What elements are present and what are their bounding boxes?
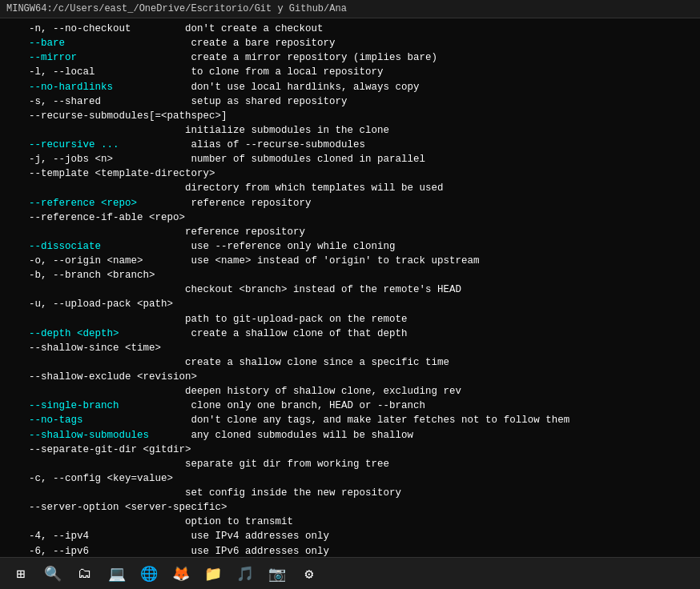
taskbar-item-7[interactable]: 🎵 bbox=[231, 562, 259, 586]
terminal-line: --bare create a bare repository bbox=[5, 36, 695, 50]
taskbar-item-6[interactable]: 📁 bbox=[199, 562, 227, 586]
terminal-line: checkout <branch> instead of the remote'… bbox=[5, 282, 695, 297]
taskbar-item-5[interactable]: 🦊 bbox=[167, 562, 195, 586]
terminal-line: --template <template-directory> bbox=[5, 166, 695, 181]
terminal-line: -6, --ipv6 use IPv6 addresses only bbox=[5, 544, 695, 558]
terminal-line: option to transmit bbox=[5, 515, 695, 529]
terminal-content: -n, --no-checkout don't create a checkou… bbox=[0, 18, 700, 557]
terminal-line: --reference-if-able <repo> bbox=[5, 210, 695, 225]
terminal-line: -j, --jobs <n> number of submodules clon… bbox=[5, 152, 695, 166]
terminal-line: -u, --upload-pack <path> bbox=[5, 297, 695, 311]
terminal-line: -b, --branch <branch> bbox=[5, 268, 695, 282]
terminal-line: separate git dir from working tree bbox=[5, 457, 695, 471]
taskbar-item-8[interactable]: 📷 bbox=[263, 562, 292, 586]
terminal-line: -o, --origin <name> use <name> instead o… bbox=[5, 254, 695, 268]
taskbar: ⊞🔍🗂💻🌐🦊📁🎵📷⚙ bbox=[0, 557, 700, 589]
terminal-line: directory from which templates will be u… bbox=[5, 181, 695, 195]
terminal-line: --dissociate use --reference only while … bbox=[5, 239, 695, 254]
terminal-line: --recursive ... alias of --recurse-submo… bbox=[5, 138, 695, 152]
title-bar: MINGW64:/c/Users/east_/OneDrive/Escritor… bbox=[0, 0, 700, 18]
taskbar-item-1[interactable]: 🔍 bbox=[38, 562, 67, 586]
taskbar-item-9[interactable]: ⚙ bbox=[295, 562, 324, 586]
terminal-line: --depth <depth> create a shallow clone o… bbox=[5, 327, 695, 341]
terminal-line: --mirror create a mirror repository (imp… bbox=[5, 50, 695, 65]
terminal-line: --no-hardlinks don't use local hardlinks… bbox=[5, 80, 695, 94]
terminal-line: --server-option <server-specific> bbox=[5, 500, 695, 515]
terminal-line: deepen history of shallow clone, excludi… bbox=[5, 384, 695, 399]
terminal-line: set config inside the new repository bbox=[5, 486, 695, 500]
terminal-line: --separate-git-dir <gitdir> bbox=[5, 443, 695, 457]
terminal-line: --reference <repo> reference repository bbox=[5, 196, 695, 210]
terminal-line: -s, --shared setup as shared repository bbox=[5, 94, 695, 109]
terminal-line: initialize submodules in the clone bbox=[5, 123, 695, 138]
terminal-line: --no-tags don't clone any tags, and make… bbox=[5, 413, 695, 427]
terminal-line: -l, --local to clone from a local reposi… bbox=[5, 65, 695, 79]
terminal-line: --shallow-since <time> bbox=[5, 341, 695, 355]
terminal-line: -c, --config <key=value> bbox=[5, 471, 695, 486]
terminal-line: create a shallow clone since a specific … bbox=[5, 355, 695, 370]
taskbar-item-0[interactable]: ⊞ bbox=[6, 562, 35, 586]
terminal-line: -4, --ipv4 use IPv4 addresses only bbox=[5, 529, 695, 543]
taskbar-item-2[interactable]: 🗂 bbox=[70, 562, 99, 586]
terminal-line: --single-branch clone only one branch, H… bbox=[5, 399, 695, 413]
terminal-line: path to git-upload-pack on the remote bbox=[5, 312, 695, 327]
title-text: MINGW64:/c/Users/east_/OneDrive/Escritor… bbox=[6, 3, 347, 14]
terminal-line: --shallow-submodules any cloned submodul… bbox=[5, 428, 695, 443]
terminal-line: reference repository bbox=[5, 225, 695, 239]
terminal-line: --recurse-submodules[=<pathspec>] bbox=[5, 109, 695, 123]
terminal-line: --shallow-exclude <revision> bbox=[5, 370, 695, 384]
taskbar-item-3[interactable]: 💻 bbox=[103, 562, 131, 586]
taskbar-item-4[interactable]: 🌐 bbox=[135, 562, 163, 586]
terminal-line: -n, --no-checkout don't create a checkou… bbox=[5, 22, 695, 36]
